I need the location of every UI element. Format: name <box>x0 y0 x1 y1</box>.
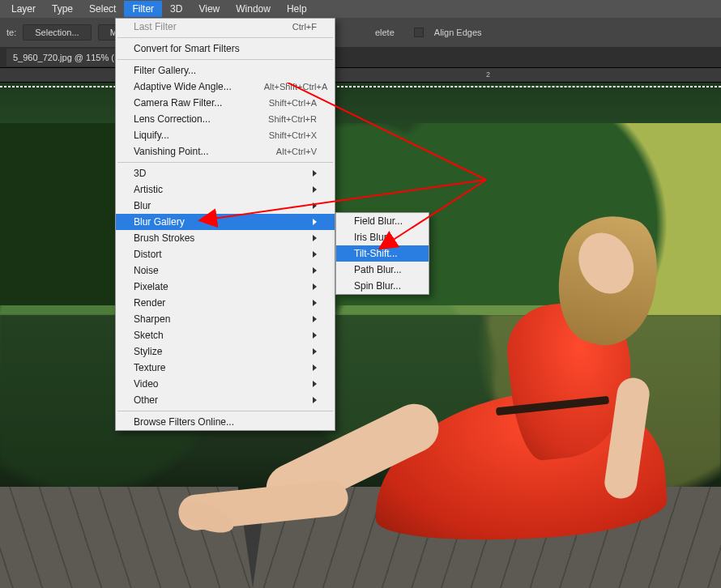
options-delete-text: elete <box>375 28 395 37</box>
canvas-image <box>0 83 721 588</box>
filter-render[interactable]: Render <box>116 295 335 311</box>
submenu-arrow-icon <box>313 219 317 225</box>
filter-adaptive-wide-angle[interactable]: Adaptive Wide Angle...Alt+Shift+Ctrl+A <box>116 79 335 95</box>
submenu-arrow-icon <box>313 332 317 339</box>
selection-button[interactable]: Selection... <box>23 24 91 40</box>
blur-gallery-spin-blur[interactable]: Spin Blur... <box>336 278 429 294</box>
blur-gallery-tilt-shift[interactable]: Tilt-Shift... <box>336 245 429 262</box>
filter-noise[interactable]: Noise <box>116 262 335 279</box>
submenu-arrow-icon <box>313 267 317 274</box>
selection-marquee <box>0 86 721 87</box>
filter-lens-correction[interactable]: Lens Correction...Shift+Ctrl+R <box>116 111 335 127</box>
filter-convert-smart[interactable]: Convert for Smart Filters <box>116 40 335 57</box>
blur-gallery-iris-blur[interactable]: Iris Blur... <box>336 229 429 245</box>
blur-gallery-submenu: Field Blur... Iris Blur... Tilt-Shift...… <box>335 212 429 295</box>
submenu-arrow-icon <box>313 381 317 387</box>
filter-browse-online[interactable]: Browse Filters Online... <box>116 414 335 430</box>
filter-other[interactable]: Other <box>116 392 335 408</box>
submenu-arrow-icon <box>313 364 317 371</box>
horizontal-ruler: 2 <box>0 68 721 83</box>
menu-layer[interactable]: Layer <box>3 1 44 17</box>
menu-select[interactable]: Select <box>81 1 124 17</box>
filter-stylize[interactable]: Stylize <box>116 343 335 360</box>
filter-artistic[interactable]: Artistic <box>116 181 335 198</box>
filter-dropdown: Last FilterCtrl+F Convert for Smart Filt… <box>115 18 335 431</box>
submenu-arrow-icon <box>313 202 317 209</box>
menu-view[interactable]: View <box>190 1 228 17</box>
submenu-arrow-icon <box>313 186 317 193</box>
options-mode-label: te: <box>6 28 16 37</box>
submenu-arrow-icon <box>313 170 317 177</box>
filter-sketch[interactable]: Sketch <box>116 327 335 343</box>
menu-window[interactable]: Window <box>228 1 279 17</box>
submenu-arrow-icon <box>313 348 317 355</box>
document-tab-bar: 5_960_720.jpg @ 115% (La <box>0 47 721 68</box>
menu-type[interactable]: Type <box>44 1 81 17</box>
filter-sharpen[interactable]: Sharpen <box>116 311 335 327</box>
align-edges-checkbox[interactable] <box>414 28 424 37</box>
filter-3d[interactable]: 3D <box>116 165 335 181</box>
filter-camera-raw[interactable]: Camera Raw Filter...Shift+Ctrl+A <box>116 95 335 111</box>
filter-texture[interactable]: Texture <box>116 360 335 376</box>
align-edges-label: Align Edges <box>434 28 482 37</box>
filter-vanishing-point[interactable]: Vanishing Point...Alt+Ctrl+V <box>116 143 335 160</box>
submenu-arrow-icon <box>313 251 317 258</box>
submenu-arrow-icon <box>313 300 317 306</box>
filter-blur[interactable]: Blur <box>116 198 335 214</box>
menu-help[interactable]: Help <box>279 1 315 17</box>
filter-brush-strokes[interactable]: Brush Strokes <box>116 230 335 246</box>
submenu-arrow-icon <box>313 316 317 322</box>
menu-3d[interactable]: 3D <box>162 1 190 17</box>
filter-liquify[interactable]: Liquify...Shift+Ctrl+X <box>116 127 335 143</box>
submenu-arrow-icon <box>313 235 317 241</box>
filter-pixelate[interactable]: Pixelate <box>116 279 335 295</box>
filter-distort[interactable]: Distort <box>116 246 335 262</box>
ruler-tick-2: 2 <box>486 70 490 79</box>
submenu-arrow-icon <box>313 283 317 290</box>
blur-gallery-field-blur[interactable]: Field Blur... <box>336 213 429 229</box>
blur-gallery-path-blur[interactable]: Path Blur... <box>336 262 429 278</box>
document-tab[interactable]: 5_960_720.jpg @ 115% (La <box>6 49 131 66</box>
filter-filter-gallery[interactable]: Filter Gallery... <box>116 62 335 79</box>
main-menubar: Layer Type Select Filter 3D View Window … <box>0 0 721 18</box>
filter-video[interactable]: Video <box>116 376 335 392</box>
menu-filter[interactable]: Filter <box>124 1 162 17</box>
submenu-arrow-icon <box>313 397 317 403</box>
canvas-area[interactable]: Last FilterCtrl+F Convert for Smart Filt… <box>0 83 721 588</box>
options-bar: te: Selection... Mask elete Align Edges <box>0 18 721 47</box>
filter-last-filter[interactable]: Last FilterCtrl+F <box>116 19 335 35</box>
filter-blur-gallery[interactable]: Blur Gallery <box>116 214 335 230</box>
